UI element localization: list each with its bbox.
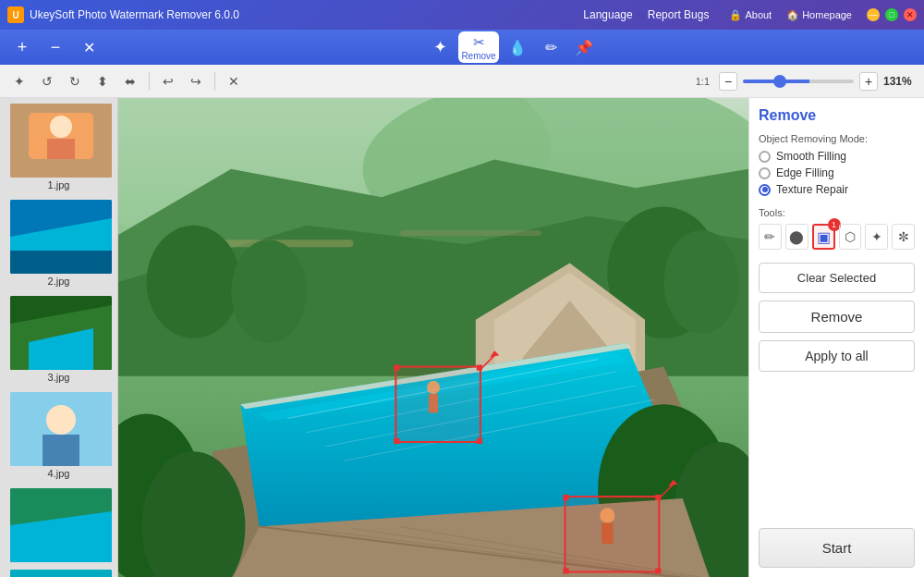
thumb-label-2: 2.jpg <box>10 274 108 288</box>
flip-vertical-button[interactable]: ⬍ <box>91 69 115 93</box>
thumb-img-5 <box>10 488 112 562</box>
svg-rect-23 <box>400 230 541 236</box>
zoom-controls: 1:1 − + 131% <box>696 72 917 91</box>
edit-toolbar: ✦ ↺ ↻ ⬍ ⬌ ↩ ↪ ✕ 1:1 − + 131% <box>0 65 924 98</box>
smooth-filling-option[interactable]: Smooth Filling <box>759 150 915 163</box>
thumbnail-2[interactable]: 2.jpg <box>8 198 110 290</box>
report-bugs-link[interactable]: Report Bugs <box>648 8 710 21</box>
remove-tool-button[interactable]: ✂ Remove <box>458 31 499 63</box>
close-file-button[interactable]: ✕ <box>74 32 103 62</box>
minimize-button[interactable]: — <box>867 8 880 21</box>
svg-rect-6 <box>10 251 112 274</box>
thumbnail-5[interactable] <box>8 486 110 564</box>
brush-tool-button[interactable]: ✏ <box>536 32 565 62</box>
mode-radio-group: Smooth Filling Edge Filling Texture Repa… <box>759 150 915 196</box>
scissors-icon: ✂ <box>473 34 485 51</box>
svg-point-11 <box>46 405 76 435</box>
svg-point-2 <box>50 116 72 138</box>
svg-rect-56 <box>477 438 482 444</box>
app-title: UkeySoft Photo Watermark Remover 6.0.0 <box>30 8 583 21</box>
pin-tool-button[interactable]: ✦ <box>425 32 455 62</box>
svg-rect-12 <box>43 435 79 466</box>
thumbnail-3[interactable]: 3.jpg <box>8 294 110 387</box>
magic-wand-tool[interactable]: ✦ <box>865 224 888 250</box>
clear-selected-button[interactable]: Clear Selected <box>759 263 915 293</box>
svg-rect-63 <box>655 568 661 573</box>
circle-select-tool[interactable]: ⬤ <box>785 224 808 250</box>
remove-button[interactable]: Remove <box>759 301 915 333</box>
rect-select-tool[interactable]: ▣ 1 <box>812 224 835 250</box>
thumb-label-1: 1.jpg <box>10 178 108 192</box>
texture-repair-radio[interactable] <box>759 184 771 196</box>
close-button[interactable]: ✕ <box>904 8 917 21</box>
app-icon: U <box>7 6 24 23</box>
start-button[interactable]: Start <box>759 528 915 568</box>
edge-filling-option[interactable]: Edge Filling <box>759 166 915 179</box>
window-controls: — □ ✕ <box>867 8 917 21</box>
about-button[interactable]: 🔒 About <box>723 6 777 24</box>
apply-to-all-button[interactable]: Apply to all <box>759 340 915 372</box>
flip-horizontal-button[interactable]: ⬌ <box>118 69 142 93</box>
polygon-select-tool[interactable]: ⬡ <box>839 224 862 250</box>
separator2 <box>214 72 215 91</box>
svg-rect-15 <box>10 570 112 577</box>
star-select-tool[interactable]: ✼ <box>892 224 915 250</box>
zoom-out-button[interactable]: − <box>719 72 737 91</box>
tools-section-label: Tools: <box>759 207 915 218</box>
svg-rect-60 <box>563 495 568 500</box>
nav-links: Language Report Bugs <box>583 8 709 21</box>
remove-file-button[interactable]: − <box>41 32 70 62</box>
rotate-right-button[interactable]: ↻ <box>63 69 87 93</box>
drop-tool-button[interactable]: 💧 <box>503 32 532 62</box>
language-link[interactable]: Language <box>583 8 632 21</box>
undo-button[interactable]: ↩ <box>156 69 180 93</box>
remove-tool-label: Remove <box>461 51 495 61</box>
thumb-img-6 <box>10 570 112 577</box>
thumb-label-4: 4.jpg <box>10 466 108 481</box>
home-icon: 🏠 <box>786 9 799 21</box>
svg-rect-3 <box>47 139 75 159</box>
brush-draw-tool[interactable]: ✏ <box>759 224 782 250</box>
homepage-button[interactable]: 🏠 Homepage <box>781 6 857 24</box>
edge-filling-radio[interactable] <box>759 167 771 179</box>
svg-point-25 <box>231 239 306 343</box>
lock-icon: 🔒 <box>729 9 742 21</box>
titlebar: U UkeySoft Photo Watermark Remover 6.0.0… <box>0 0 924 30</box>
main-content: 1.jpg 2.jpg 3.jpg <box>0 98 924 577</box>
thumb-img-3 <box>10 296 112 370</box>
zoom-ratio-label: 1:1 <box>696 76 710 87</box>
svg-point-24 <box>147 226 241 338</box>
thumbnail-1[interactable]: 1.jpg <box>8 102 110 194</box>
edge-filling-label: Edge Filling <box>776 166 834 179</box>
svg-rect-52 <box>395 367 480 442</box>
thumb-img-1 <box>10 104 112 178</box>
svg-rect-55 <box>394 438 399 444</box>
zoom-in-button[interactable]: + <box>859 72 878 91</box>
thumbnail-4[interactable]: 4.jpg <box>8 390 110 483</box>
star-edit-button[interactable]: ✦ <box>7 69 31 93</box>
separator <box>149 72 150 91</box>
maximize-button[interactable]: □ <box>885 8 898 21</box>
thumbnail-6[interactable]: 6.jpg <box>8 568 110 577</box>
thumb-label-3: 3.jpg <box>10 370 108 385</box>
close-edit-button[interactable]: ✕ <box>222 69 246 93</box>
zoom-slider[interactable] <box>743 80 854 83</box>
svg-rect-59 <box>565 497 660 571</box>
rotate-left-button[interactable]: ↺ <box>35 69 59 93</box>
smooth-filling-label: Smooth Filling <box>776 150 846 163</box>
main-image <box>118 98 748 577</box>
smooth-filling-radio[interactable] <box>759 151 771 163</box>
svg-rect-53 <box>394 365 399 371</box>
canvas-area[interactable] <box>118 98 748 577</box>
zoom-percentage: 131% <box>883 75 917 88</box>
thumbnail-sidebar: 1.jpg 2.jpg 3.jpg <box>0 98 118 577</box>
mode-label: Object Removing Mode: <box>759 133 915 144</box>
pin2-tool-button[interactable]: 📌 <box>569 32 599 62</box>
add-file-button[interactable]: + <box>7 32 37 62</box>
tools-row: ✏ ⬤ ▣ 1 ⬡ ✦ ✼ <box>759 224 915 250</box>
thumb-img-4 <box>10 392 112 466</box>
panel-title: Remove <box>759 107 915 124</box>
redo-button[interactable]: ↪ <box>184 69 208 93</box>
main-toolbar: + − ✕ ✦ ✂ Remove 💧 ✏ 📌 <box>0 30 924 65</box>
texture-repair-option[interactable]: Texture Repair <box>759 183 915 196</box>
